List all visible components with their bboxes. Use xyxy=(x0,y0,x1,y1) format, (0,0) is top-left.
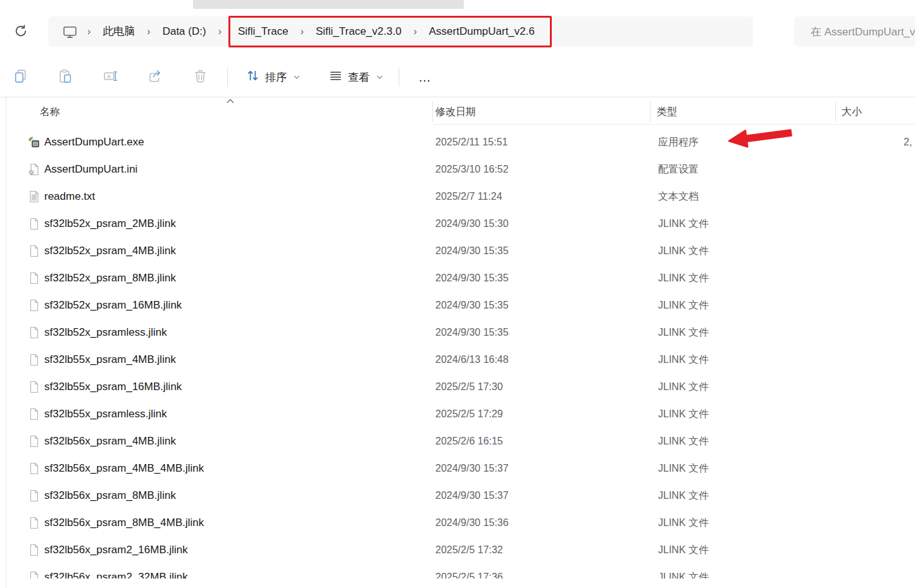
file-type: 配置设置 xyxy=(658,156,699,183)
file-row[interactable]: sf32lb55x_psramless.jlink 2025/2/5 17:29… xyxy=(6,400,915,427)
file-row[interactable]: sf32lb56x_psram_4MB.jlink 2025/2/6 16:15… xyxy=(6,427,915,455)
file-row[interactable]: sf32lb56x_psram_4MB_4MB.jlink 2024/9/30 … xyxy=(6,455,915,482)
breadcrumb-item-drive-d[interactable]: Data (D:) xyxy=(155,18,214,46)
column-header-size[interactable]: 大小 xyxy=(842,99,862,125)
file-list-body: AssertDumpUart.exe 2025/2/11 15:51 应用程序 … xyxy=(6,128,915,579)
file-date-modified: 2024/9/30 15:35 xyxy=(435,319,509,346)
column-separator[interactable] xyxy=(835,102,836,122)
file-date-modified: 2024/9/30 15:37 xyxy=(435,482,509,509)
view-button-label: 查看 xyxy=(348,70,370,85)
file-explorer-window: › 此电脑 › Data (D:) › Sifli_Trace › Sifli_… xyxy=(0,0,915,588)
file-row[interactable]: sf32lb56x_psram2_16MB.jlink 2025/2/5 17:… xyxy=(6,536,915,563)
rename-button[interactable]: A xyxy=(96,64,124,90)
delete-button[interactable] xyxy=(186,64,214,90)
file-row[interactable]: AssertDumpUart.exe 2025/2/11 15:51 应用程序 … xyxy=(6,128,915,156)
share-button[interactable] xyxy=(141,64,169,90)
breadcrumb-item-sifli-trace-v230[interactable]: Sifli_Trace_v2.3.0 xyxy=(308,18,409,46)
chevron-down-icon xyxy=(293,73,301,81)
view-button[interactable]: 查看 xyxy=(320,64,392,90)
file-type: JLINK 文件 xyxy=(658,319,709,346)
file-name: sf32lb56x_psram_8MB.jlink xyxy=(44,482,176,509)
generic-file-icon xyxy=(28,489,40,502)
file-row[interactable]: readme.txt 2025/2/7 11:24 文本文档 xyxy=(6,183,915,210)
computer-monitor-icon xyxy=(62,24,78,40)
toolbar-divider xyxy=(0,97,915,97)
column-header-type[interactable]: 类型 xyxy=(657,99,677,125)
column-header-name[interactable]: 名称 xyxy=(40,99,60,125)
file-type: JLINK 文件 xyxy=(658,536,709,563)
search-input[interactable]: 在 AssertDumpUart_v2.6 xyxy=(794,16,915,47)
file-row[interactable]: sf32lb52x_psram_2MB.jlink 2024/9/30 15:3… xyxy=(6,210,915,237)
file-row[interactable]: AssertDumpUart.ini 2025/3/10 16:52 配置设置 xyxy=(6,156,915,183)
breadcrumb-item-this-pc[interactable]: 此电脑 xyxy=(95,18,142,46)
annotation-highlight-box: Sifli_Trace › Sifli_Trace_v2.3.0 › Asser… xyxy=(228,16,552,47)
column-separator[interactable] xyxy=(650,102,650,122)
file-row[interactable]: sf32lb52x_psram_8MB.jlink 2024/9/30 15:3… xyxy=(6,264,915,291)
file-date-modified: 2025/2/5 17:29 xyxy=(435,400,503,427)
file-type: 文本文档 xyxy=(658,183,699,210)
file-date-modified: 2024/9/30 15:35 xyxy=(435,291,509,319)
chevron-right-icon: › xyxy=(147,16,150,47)
file-name: sf32lb55x_psram_16MB.jlink xyxy=(44,373,182,400)
paste-button[interactable] xyxy=(51,64,79,90)
file-row[interactable]: sf32lb52x_psram_4MB.jlink 2024/9/30 15:3… xyxy=(6,237,915,264)
generic-file-icon xyxy=(28,517,40,529)
file-date-modified: 2024/6/13 16:48 xyxy=(435,346,509,373)
file-date-modified: 2025/2/5 17:30 xyxy=(435,373,503,400)
file-type: 应用程序 xyxy=(658,128,699,156)
file-name: AssertDumpUart.exe xyxy=(44,128,144,156)
file-name: sf32lb55x_psramless.jlink xyxy=(44,400,167,427)
file-row[interactable]: sf32lb56x_psram2_32MB.jlink 2025/2/5 17:… xyxy=(6,563,915,579)
file-date-modified: 2025/2/6 16:15 xyxy=(435,427,503,455)
file-type: JLINK 文件 xyxy=(658,346,709,373)
refresh-icon xyxy=(13,23,28,40)
file-type: JLINK 文件 xyxy=(658,210,709,237)
chevron-right-icon: › xyxy=(301,16,304,47)
chevron-right-icon: › xyxy=(413,16,416,47)
generic-file-icon xyxy=(28,326,40,339)
generic-file-icon xyxy=(28,544,40,556)
breadcrumb-item-sifli-trace[interactable]: Sifli_Trace xyxy=(230,18,296,46)
column-header-date-modified[interactable]: 修改日期 xyxy=(435,99,476,125)
copy-button[interactable] xyxy=(6,64,34,90)
file-name: sf32lb56x_psram_4MB_4MB.jlink xyxy=(44,455,204,482)
file-row[interactable]: sf32lb56x_psram_8MB_4MB.jlink 2024/9/30 … xyxy=(6,509,915,536)
file-date-modified: 2024/9/30 15:35 xyxy=(435,264,509,291)
generic-file-icon xyxy=(28,217,40,230)
refresh-button[interactable] xyxy=(11,22,30,41)
generic-file-icon xyxy=(28,299,40,312)
file-name: sf32lb55x_psram_4MB.jlink xyxy=(44,346,176,373)
command-toolbar: A 排序 查看 xyxy=(0,60,915,94)
file-name: sf32lb56x_psram_4MB.jlink xyxy=(44,427,176,455)
file-date-modified: 2024/9/30 15:36 xyxy=(435,509,509,536)
sort-button[interactable]: 排序 xyxy=(237,64,309,90)
file-date-modified: 2025/2/11 15:51 xyxy=(435,128,507,156)
sort-ascending-caret-icon xyxy=(225,95,235,107)
file-date-modified: 2024/9/30 15:30 xyxy=(435,210,509,237)
file-type: JLINK 文件 xyxy=(658,264,709,291)
more-options-button[interactable]: … xyxy=(408,64,442,90)
file-date-modified: 2024/9/30 15:35 xyxy=(435,237,509,264)
file-row[interactable]: sf32lb55x_psram_16MB.jlink 2025/2/5 17:3… xyxy=(6,373,915,400)
generic-file-icon xyxy=(28,571,40,579)
file-type: JLINK 文件 xyxy=(658,455,709,482)
sort-icon xyxy=(246,68,260,86)
file-name: sf32lb52x_psram_8MB.jlink xyxy=(44,264,176,291)
paste-icon xyxy=(58,68,73,86)
file-name: sf32lb52x_psram_16MB.jlink xyxy=(44,291,182,319)
file-row[interactable]: sf32lb55x_psram_4MB.jlink 2024/6/13 16:4… xyxy=(6,346,915,373)
breadcrumb-item-assertdumpuart-v26[interactable]: AssertDumpUart_v2.6 xyxy=(421,18,542,46)
file-date-modified: 2025/3/10 16:52 xyxy=(435,156,509,183)
column-separator[interactable] xyxy=(432,102,433,122)
generic-file-icon xyxy=(28,381,40,393)
file-name: sf32lb56x_psram2_16MB.jlink xyxy=(44,536,188,563)
file-date-modified: 2025/2/7 11:24 xyxy=(435,183,502,210)
svg-text:A: A xyxy=(107,73,111,80)
generic-file-icon xyxy=(28,408,40,420)
file-type: JLINK 文件 xyxy=(658,237,709,264)
file-row[interactable]: sf32lb52x_psramless.jlink 2024/9/30 15:3… xyxy=(6,319,915,346)
share-icon xyxy=(147,68,163,86)
file-row[interactable]: sf32lb56x_psram_8MB.jlink 2024/9/30 15:3… xyxy=(6,482,915,509)
file-row[interactable]: sf32lb52x_psram_16MB.jlink 2024/9/30 15:… xyxy=(6,291,915,319)
search-placeholder: 在 AssertDumpUart_v2.6 xyxy=(811,25,915,39)
